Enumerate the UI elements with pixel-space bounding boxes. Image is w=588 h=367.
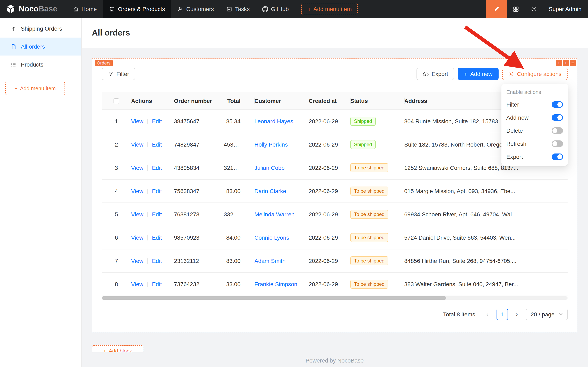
export-toggle[interactable]: [552, 153, 563, 160]
navbar-add-menu-item-button[interactable]: + Add menu item: [301, 3, 358, 15]
customer-cell: Leonard Hayes: [254, 109, 309, 133]
column-header-total[interactable]: Total: [224, 92, 254, 109]
prev-page-button[interactable]: ‹: [482, 309, 493, 320]
scrollbar-thumb[interactable]: [102, 296, 446, 300]
layout: Shipping Orders All orders Products + Ad…: [0, 18, 588, 367]
page-size-select[interactable]: 20 / page: [526, 309, 568, 320]
created-at-cell: 2022-06-29: [309, 179, 350, 202]
table-row: 4 ViewEdit 75638347 83.00 Darin Clarke 2…: [102, 179, 568, 202]
status-badge: To be shipped: [350, 233, 388, 242]
ui-editor-pen-button[interactable]: [486, 0, 507, 18]
nav-item-github[interactable]: GitHub: [256, 0, 295, 18]
sidebar-item-shipping-orders[interactable]: Shipping Orders: [0, 20, 81, 38]
nav-item-tasks[interactable]: Tasks: [220, 0, 256, 18]
view-link[interactable]: View: [131, 118, 143, 124]
block-menu-icon[interactable]: ≡: [570, 60, 576, 66]
plugin-grid-button[interactable]: [507, 0, 525, 18]
address-cell: 69934 Schoen River, Apt. 646, 49704, Wal…: [404, 202, 568, 226]
customer-link[interactable]: Connie Lyons: [254, 234, 289, 241]
block-add-icon[interactable]: +: [556, 60, 562, 66]
edit-link[interactable]: Edit: [152, 281, 162, 287]
customer-link[interactable]: Darin Clarke: [254, 188, 286, 194]
dropdown-item-add-new[interactable]: Add new: [501, 111, 568, 124]
actions-cell: ViewEdit: [131, 133, 174, 156]
nav-item-home[interactable]: Home: [66, 0, 103, 18]
view-link[interactable]: View: [131, 188, 143, 194]
block-collection-tag[interactable]: Orders: [95, 60, 112, 66]
edit-link[interactable]: Edit: [152, 211, 162, 217]
edit-link[interactable]: Edit: [152, 118, 162, 124]
view-link[interactable]: View: [131, 281, 143, 287]
nav-item-customers[interactable]: Customers: [171, 0, 220, 18]
customer-link[interactable]: Melinda Warren: [254, 211, 295, 217]
export-button[interactable]: Export: [417, 68, 454, 80]
user-menu[interactable]: Super Admin: [543, 6, 588, 12]
arrow-up-icon: [11, 25, 17, 32]
customer-cell: Connie Lyons: [254, 226, 309, 249]
nav-item-orders-products[interactable]: Orders & Products: [103, 0, 171, 18]
next-page-button[interactable]: ›: [511, 309, 522, 320]
column-header-order-number[interactable]: Order number: [174, 92, 224, 109]
order-number-cell: 98570923: [174, 226, 224, 249]
customer-link[interactable]: Frankie Simpson: [254, 281, 297, 287]
add-new-button[interactable]: + Add new: [458, 68, 499, 80]
status-badge: Shipped: [350, 117, 376, 125]
edit-link[interactable]: Edit: [152, 234, 162, 241]
dropdown-item-refresh[interactable]: Refresh: [501, 137, 568, 150]
column-header-created-at[interactable]: Created at: [309, 92, 350, 109]
file-icon: [11, 43, 17, 50]
page-header: All orders: [82, 18, 588, 48]
edit-link[interactable]: Edit: [152, 164, 162, 171]
screen: NocoBase Home Orders & Products Customer…: [0, 0, 588, 367]
delete-toggle[interactable]: [552, 127, 563, 134]
divider: [147, 188, 148, 194]
view-link[interactable]: View: [131, 164, 143, 171]
configure-actions-button[interactable]: Configure actions: [502, 68, 568, 80]
column-header-actions[interactable]: Actions: [131, 92, 174, 109]
sidebar-add-menu-item-button[interactable]: + Add menu item: [5, 82, 65, 95]
sidebar-item-products[interactable]: Products: [0, 56, 81, 74]
view-link[interactable]: View: [131, 257, 143, 264]
column-header-status[interactable]: Status: [350, 92, 404, 109]
divider: [147, 282, 148, 287]
plus-icon: +: [464, 71, 467, 77]
view-link[interactable]: View: [131, 234, 143, 241]
status-cell: Shipped: [350, 133, 404, 156]
edit-link[interactable]: Edit: [152, 188, 162, 194]
dropdown-item-delete[interactable]: Delete: [501, 124, 568, 137]
actions-cell: ViewEdit: [131, 156, 174, 179]
select-all-checkbox[interactable]: [114, 98, 119, 104]
edit-link[interactable]: Edit: [152, 257, 162, 264]
customer-link[interactable]: Adam Smith: [254, 257, 286, 264]
column-header-customer[interactable]: Customer: [254, 92, 309, 109]
content-area: Orders + + ≡ Filter: [82, 48, 588, 367]
customer-link[interactable]: Julian Cobb: [254, 164, 285, 171]
refresh-toggle[interactable]: [552, 141, 563, 147]
customer-link[interactable]: Leonard Hayes: [254, 118, 293, 124]
created-at-cell: 2022-06-29: [309, 249, 350, 272]
edit-link[interactable]: Edit: [152, 141, 162, 148]
cloud-download-icon: [423, 71, 429, 77]
list-icon: [11, 61, 17, 67]
customer-link[interactable]: Holly Perkins: [254, 141, 288, 148]
actions-cell: ViewEdit: [131, 179, 174, 202]
filter-toggle[interactable]: [552, 101, 563, 108]
dropdown-item-filter[interactable]: Filter: [501, 98, 568, 111]
filter-button[interactable]: Filter: [102, 68, 135, 80]
page-number-button[interactable]: 1: [496, 309, 508, 320]
status-cell: To be shipped: [350, 249, 404, 272]
address-cell: 84856 Hirthe Run, Suite 268, 94754-6705,…: [404, 249, 568, 272]
view-link[interactable]: View: [131, 141, 143, 148]
view-link[interactable]: View: [131, 211, 143, 217]
dropdown-item-export[interactable]: Export: [501, 150, 568, 163]
pagination: Total 8 items ‹ 1 › 20 / page: [102, 309, 568, 320]
brand-logo[interactable]: NocoBase: [0, 4, 66, 14]
sidebar-item-all-orders[interactable]: All orders: [0, 38, 81, 56]
block-add-column-icon[interactable]: +: [563, 60, 569, 66]
settings-gear-button[interactable]: [525, 0, 543, 18]
gear-icon: [508, 71, 514, 77]
row-index: 1: [102, 109, 131, 133]
tasks-icon: [226, 6, 232, 12]
add-block-button[interactable]: + Add block: [92, 345, 143, 352]
add-new-toggle[interactable]: [552, 114, 563, 121]
